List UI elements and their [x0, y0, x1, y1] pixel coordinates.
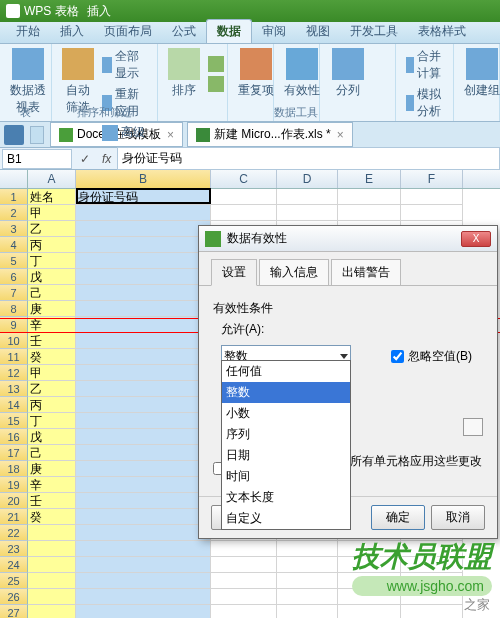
row-header[interactable]: 11 — [0, 349, 28, 365]
dropdown-option[interactable]: 任何值 — [222, 361, 350, 382]
row-header[interactable]: 19 — [0, 477, 28, 493]
cell[interactable] — [277, 605, 338, 618]
cancel-button[interactable]: 取消 — [431, 505, 485, 530]
close-icon[interactable]: × — [337, 128, 344, 142]
cell[interactable] — [76, 541, 211, 557]
collapse-dialog-icon[interactable] — [463, 418, 483, 436]
cell[interactable]: 甲 — [28, 365, 76, 381]
cell[interactable] — [76, 445, 211, 461]
cell[interactable] — [338, 189, 401, 205]
cell[interactable] — [76, 381, 211, 397]
row-header[interactable]: 23 — [0, 541, 28, 557]
dropdown-option[interactable]: 时间 — [222, 466, 350, 487]
cell[interactable] — [277, 189, 338, 205]
cell[interactable]: 辛 — [28, 477, 76, 493]
fx-button[interactable]: fx — [96, 152, 117, 166]
name-box[interactable]: B1 — [2, 149, 72, 169]
cell[interactable]: 丁 — [28, 253, 76, 269]
cell[interactable]: 庚 — [28, 301, 76, 317]
fx-button[interactable]: ✓ — [74, 152, 96, 166]
row-header[interactable]: 17 — [0, 445, 28, 461]
col-header[interactable]: F — [401, 170, 463, 188]
cell[interactable]: 壬 — [28, 493, 76, 509]
cell[interactable] — [401, 605, 463, 618]
cell[interactable]: 庚 — [28, 461, 76, 477]
col-header[interactable]: A — [28, 170, 76, 188]
advanced-button[interactable]: 高级 — [98, 122, 151, 143]
row-header[interactable]: 10 — [0, 333, 28, 349]
row-header[interactable]: 26 — [0, 589, 28, 605]
cell[interactable] — [76, 317, 211, 333]
cell[interactable]: 癸 — [28, 509, 76, 525]
cell[interactable] — [28, 541, 76, 557]
row-header[interactable]: 7 — [0, 285, 28, 301]
cell[interactable]: 辛 — [28, 317, 76, 333]
menu-插入[interactable]: 插入 — [50, 20, 94, 43]
col-header[interactable]: B — [76, 170, 211, 188]
auto-filter-button[interactable]: 自动筛选 — [58, 46, 98, 143]
cell[interactable] — [211, 605, 277, 618]
validation-button[interactable]: 有效性 — [280, 46, 324, 101]
cell[interactable] — [76, 205, 211, 221]
dialog-tab[interactable]: 输入信息 — [259, 259, 329, 286]
row-header[interactable]: 16 — [0, 429, 28, 445]
cell[interactable] — [28, 573, 76, 589]
text-to-cols-button[interactable]: 分列 — [326, 46, 370, 101]
cell[interactable]: 己 — [28, 445, 76, 461]
sort-button[interactable]: 排序 — [164, 46, 204, 101]
menu-页面布局[interactable]: 页面布局 — [94, 20, 162, 43]
row-header[interactable]: 1 — [0, 189, 28, 205]
dropdown-option[interactable]: 小数 — [222, 403, 350, 424]
cell[interactable] — [211, 589, 277, 605]
cell[interactable]: 甲 — [28, 205, 76, 221]
cell[interactable] — [211, 541, 277, 557]
dialog-titlebar[interactable]: 数据有效性 X — [199, 226, 497, 252]
dropdown-option[interactable]: 文本长度 — [222, 487, 350, 508]
sort-asc-button[interactable] — [204, 54, 231, 74]
cell[interactable]: 乙 — [28, 381, 76, 397]
dropdown-option[interactable]: 整数 — [222, 382, 350, 403]
select-all-corner[interactable] — [0, 170, 28, 188]
cell[interactable]: 戊 — [28, 429, 76, 445]
row-header[interactable]: 20 — [0, 493, 28, 509]
tabs-dropdown[interactable] — [30, 126, 44, 144]
whatif-button[interactable]: 模拟分析 — [402, 84, 447, 122]
row-header[interactable]: 15 — [0, 413, 28, 429]
menu-开始[interactable]: 开始 — [6, 20, 50, 43]
cell[interactable] — [211, 205, 277, 221]
cell[interactable] — [76, 573, 211, 589]
cell[interactable]: 己 — [28, 285, 76, 301]
row-header[interactable]: 5 — [0, 253, 28, 269]
dropdown-option[interactable]: 序列 — [222, 424, 350, 445]
row-header[interactable]: 21 — [0, 509, 28, 525]
doc-tab-workbook[interactable]: 新建 Micro...作表.xls * × — [187, 122, 353, 147]
cell[interactable] — [76, 429, 211, 445]
cell[interactable] — [28, 605, 76, 618]
cell[interactable] — [277, 541, 338, 557]
cell[interactable] — [76, 365, 211, 381]
dialog-tab[interactable]: 出错警告 — [331, 259, 401, 286]
row-header[interactable]: 12 — [0, 365, 28, 381]
row-header[interactable]: 2 — [0, 205, 28, 221]
row-header[interactable]: 24 — [0, 557, 28, 573]
cell[interactable] — [76, 237, 211, 253]
ok-button[interactable]: 确定 — [371, 505, 425, 530]
cell[interactable] — [338, 605, 401, 618]
cell[interactable] — [76, 589, 211, 605]
cell[interactable] — [277, 589, 338, 605]
consolidate-button[interactable]: 合并计算 — [402, 46, 447, 84]
dropdown-option[interactable]: 日期 — [222, 445, 350, 466]
menu-表格样式[interactable]: 表格样式 — [408, 20, 476, 43]
cell[interactable] — [76, 413, 211, 429]
cell[interactable] — [76, 253, 211, 269]
cell[interactable] — [76, 349, 211, 365]
cell[interactable]: 丙 — [28, 237, 76, 253]
cell[interactable] — [76, 509, 211, 525]
cell[interactable]: 丁 — [28, 413, 76, 429]
cell[interactable]: 身份证号码 — [76, 189, 211, 205]
row-header[interactable]: 9 — [0, 317, 28, 333]
cell[interactable]: 癸 — [28, 349, 76, 365]
cell[interactable] — [76, 221, 211, 237]
cell[interactable] — [211, 557, 277, 573]
menu-insert-small[interactable]: 插入 — [87, 3, 111, 20]
